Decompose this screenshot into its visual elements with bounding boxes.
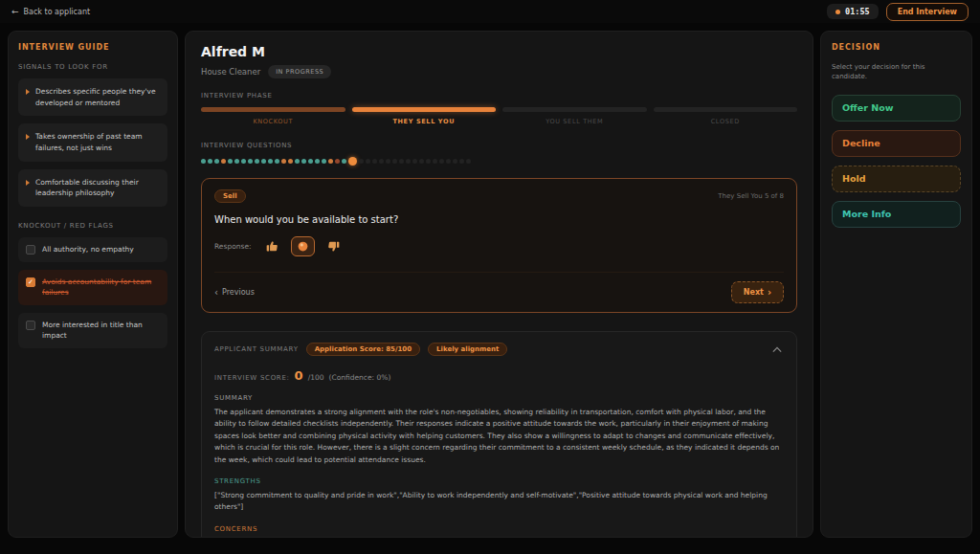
decision-button[interactable]: Decline xyxy=(832,130,961,157)
question-card-header: Sell They Sell You 5 of 8 xyxy=(214,189,784,203)
signal-bullet-icon xyxy=(26,180,30,186)
signal-text: Takes ownership of past team failures, n… xyxy=(35,131,160,153)
phase-label: YOU SELL THEM xyxy=(502,118,647,125)
candidate-role: House Cleaner xyxy=(201,67,260,77)
question-dot[interactable] xyxy=(433,159,437,164)
interview-guide-panel: INTERVIEW GUIDE SIGNALS TO LOOK FOR Desc… xyxy=(8,31,178,538)
question-dot[interactable] xyxy=(268,159,273,164)
thumbs-down-icon xyxy=(327,240,340,253)
red-flag-label: More interested in title than impact xyxy=(42,321,160,341)
neutral-response-button[interactable] xyxy=(291,236,315,256)
phase-label: CLOSED xyxy=(654,118,798,125)
question-progress-text: They Sell You 5 of 8 xyxy=(718,192,784,200)
question-dot[interactable] xyxy=(315,159,320,164)
question-dot[interactable] xyxy=(201,159,206,164)
check-icon: ✓ xyxy=(28,279,33,286)
question-dot[interactable] xyxy=(228,159,233,164)
question-dot[interactable] xyxy=(255,159,259,164)
question-dot[interactable] xyxy=(446,159,451,164)
red-flag-checkbox[interactable]: ✓ xyxy=(26,277,35,287)
collapse-summary-button[interactable] xyxy=(770,344,784,355)
question-dot[interactable] xyxy=(295,159,300,164)
thumbs-up-button[interactable] xyxy=(260,236,284,256)
back-to-applicant-link[interactable]: Back to applicant xyxy=(11,7,90,16)
question-dot[interactable] xyxy=(392,159,397,164)
candidate-subheader: House Cleaner IN PROGRESS xyxy=(201,65,797,78)
question-dot[interactable] xyxy=(348,157,357,166)
question-dot[interactable] xyxy=(234,159,239,164)
previous-question-button[interactable]: Previous xyxy=(214,287,255,298)
question-dot[interactable] xyxy=(288,159,293,164)
question-dot[interactable] xyxy=(459,159,464,164)
question-dot[interactable] xyxy=(208,159,212,164)
question-dot[interactable] xyxy=(379,159,384,164)
end-interview-button[interactable]: End Interview xyxy=(886,3,969,21)
red-flag-item[interactable]: ✓ More interested in title than impact xyxy=(18,313,167,348)
status-badge: IN PROGRESS xyxy=(268,65,331,78)
interview-score-label: INTERVIEW SCORE: xyxy=(214,374,290,382)
interview-score-value: 0 xyxy=(295,368,303,383)
question-dot[interactable] xyxy=(281,159,286,164)
content-columns: INTERVIEW GUIDE SIGNALS TO LOOK FOR Desc… xyxy=(0,23,980,546)
decision-button[interactable]: More Info xyxy=(832,201,961,228)
top-bar: Back to applicant 01:55 End Interview xyxy=(0,0,980,23)
phase-label: KNOCKOUT xyxy=(201,118,345,125)
phase-segment: KNOCKOUT xyxy=(201,107,345,125)
neutral-face-icon xyxy=(297,240,309,253)
question-dot[interactable] xyxy=(426,159,431,164)
question-dot[interactable] xyxy=(248,159,253,164)
applicant-summary-card: APPLICANT SUMMARY Application Score: 85/… xyxy=(201,331,797,538)
decision-subheading: Select your decision for this candidate. xyxy=(832,63,961,82)
question-dot[interactable] xyxy=(275,159,279,164)
question-dot[interactable] xyxy=(386,159,390,164)
question-dots-tracker xyxy=(201,157,797,166)
alignment-badge: Likely alignment xyxy=(428,343,507,356)
thumbs-up-icon xyxy=(266,240,278,253)
decision-button[interactable]: Offer Now xyxy=(832,95,961,122)
signal-text: Comfortable discussing their leadership … xyxy=(35,177,160,199)
next-question-button[interactable]: Next xyxy=(731,281,784,303)
previous-label: Previous xyxy=(222,288,255,297)
chevron-right-icon xyxy=(768,287,771,298)
question-dot[interactable] xyxy=(466,159,471,164)
application-score-badge: Application Score: 85/100 xyxy=(306,343,420,356)
question-card-footer: Previous Next xyxy=(214,272,784,303)
question-dot[interactable] xyxy=(412,159,417,164)
phase-bar xyxy=(654,107,798,112)
question-dot[interactable] xyxy=(439,159,444,164)
question-dot[interactable] xyxy=(322,159,326,164)
question-dot[interactable] xyxy=(301,159,306,164)
red-flag-checkbox[interactable]: ✓ xyxy=(26,245,35,255)
question-dot[interactable] xyxy=(342,159,346,164)
question-dot[interactable] xyxy=(261,159,266,164)
next-label: Next xyxy=(744,288,764,297)
red-flag-item[interactable]: ✓ All authority, no empathy xyxy=(18,237,167,263)
candidate-name: Alfred M xyxy=(201,44,797,59)
phase-bar xyxy=(502,107,647,112)
interview-score-suffix: /100 xyxy=(308,373,324,382)
question-dot[interactable] xyxy=(419,159,424,164)
question-dot[interactable] xyxy=(406,159,411,164)
decision-button[interactable]: Hold xyxy=(832,166,961,192)
thumbs-down-button[interactable] xyxy=(322,236,345,256)
topbar-right: 01:55 End Interview xyxy=(827,3,969,21)
question-dot[interactable] xyxy=(359,159,364,164)
question-dot[interactable] xyxy=(366,159,370,164)
red-flags-list: ✓ All authority, no empathy ✓ Avoids acc… xyxy=(18,237,167,349)
question-dot[interactable] xyxy=(372,159,377,164)
question-dot[interactable] xyxy=(221,159,226,164)
red-flag-checkbox[interactable]: ✓ xyxy=(26,321,35,330)
question-dot[interactable] xyxy=(214,159,219,164)
back-link-label: Back to applicant xyxy=(24,8,91,16)
question-dot[interactable] xyxy=(328,159,333,164)
question-dot[interactable] xyxy=(335,159,340,164)
interview-timer: 01:55 xyxy=(827,4,879,19)
question-dot[interactable] xyxy=(308,159,313,164)
question-dot[interactable] xyxy=(241,159,246,164)
decision-panel: DECISION Select your decision for this c… xyxy=(820,31,972,538)
question-dot[interactable] xyxy=(453,159,457,164)
summary-card-header: APPLICANT SUMMARY Application Score: 85/… xyxy=(214,343,784,356)
question-dot[interactable] xyxy=(399,159,404,164)
chevron-up-icon xyxy=(772,346,782,353)
red-flag-item[interactable]: ✓ Avoids accountability for team failure… xyxy=(18,270,167,305)
